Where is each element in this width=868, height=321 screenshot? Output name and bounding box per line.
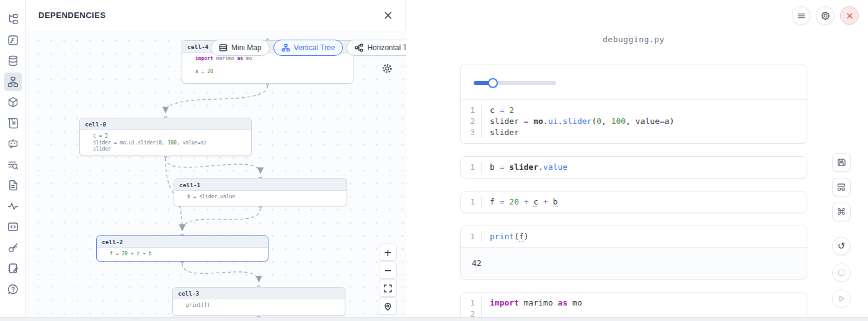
floppy-icon bbox=[836, 157, 846, 167]
menu-button[interactable] bbox=[792, 6, 810, 25]
notebook-cell[interactable]: 1import marimo as mo2 bbox=[460, 292, 807, 321]
vertical-tree-button[interactable]: Vertical Tree bbox=[273, 40, 343, 56]
status-footer bbox=[0, 317, 868, 321]
activity-rail bbox=[0, 0, 26, 321]
sidebar-item-secrets[interactable] bbox=[4, 239, 22, 257]
graph-node-code: import marimo as mo a = 20 bbox=[182, 53, 353, 79]
panel-close-button[interactable]: × bbox=[383, 9, 393, 21]
notebook-main: debugging.py 1c = 22slider = mo.ui.slide… bbox=[407, 0, 868, 321]
cell-code-editor[interactable]: 1f = 20 + c + b bbox=[461, 191, 807, 213]
undo-icon: ↺ bbox=[838, 242, 846, 251]
function-icon bbox=[7, 34, 19, 46]
center-selection-button[interactable] bbox=[379, 297, 397, 315]
gear-icon bbox=[821, 11, 830, 20]
save-button[interactable] bbox=[832, 153, 851, 172]
sidebar-item-dependencies[interactable] bbox=[4, 73, 22, 91]
scroll-icon bbox=[7, 117, 19, 130]
notebook-cell[interactable]: 1c = 22slider = mo.ui.slider(0, 100, val… bbox=[460, 64, 807, 144]
graph-view-toolbar: Mini Map Vertical Tree Horizontal Tree bbox=[211, 40, 406, 56]
sidebar-item-tracing[interactable] bbox=[4, 197, 22, 216]
graph-node-code: c = 2slider = mo.ui.slider(0, 100, value… bbox=[80, 130, 251, 156]
cell-code-editor[interactable]: 1b = slider.value bbox=[461, 157, 807, 178]
code-line: print(f) bbox=[482, 231, 529, 242]
dependency-graph-canvas[interactable]: Mini Map Vertical Tree Horizontal Tree +… bbox=[26, 30, 406, 321]
graph-settings-button[interactable] bbox=[382, 63, 392, 76]
log-search-icon bbox=[7, 159, 19, 171]
panel-title: DEPENDENCIES bbox=[38, 11, 106, 20]
stop-square-icon bbox=[838, 270, 844, 276]
stop-button[interactable] bbox=[832, 263, 851, 282]
line-number: 3 bbox=[461, 127, 482, 138]
vertical-tree-icon bbox=[281, 43, 290, 52]
cell-console-output: 42 bbox=[461, 247, 807, 279]
code-line: slider = mo.ui.slider(0, 100, value=a) bbox=[482, 116, 674, 127]
graph-node-title: cell-2 bbox=[97, 236, 268, 248]
notepad-pencil-icon bbox=[7, 262, 19, 275]
notebook-cell[interactable]: 1b = slider.value bbox=[460, 156, 807, 178]
sidebar-item-functions[interactable] bbox=[4, 31, 22, 50]
slider-handle[interactable] bbox=[488, 78, 498, 88]
dependency-graph-icon bbox=[7, 76, 19, 88]
activity-pulse-icon bbox=[7, 200, 19, 213]
graph-node-cell-0[interactable]: cell-0c = 2slider = mo.ui.slider(0, 100,… bbox=[79, 118, 252, 156]
layout-button[interactable] bbox=[832, 178, 851, 196]
graph-node-code: print(f) bbox=[173, 299, 345, 312]
notebook-side-actions: ⌘ ↺ bbox=[832, 153, 851, 308]
notebook-settings-button[interactable] bbox=[816, 6, 835, 25]
code-line: import marimo as mo bbox=[482, 297, 582, 309]
close-icon bbox=[845, 11, 854, 20]
database-icon bbox=[7, 55, 19, 67]
fit-view-button[interactable] bbox=[379, 279, 397, 297]
horizontal-tree-button[interactable]: Horizontal Tree bbox=[347, 40, 406, 56]
document-icon bbox=[7, 179, 19, 191]
graph-node-cell-1[interactable]: cell-1b = slider.value bbox=[174, 178, 347, 206]
sidebar-item-datasources[interactable] bbox=[4, 51, 22, 70]
sidebar-item-help[interactable] bbox=[4, 280, 22, 299]
graph-zoom-controls: + − bbox=[379, 244, 397, 315]
notebook-cell[interactable]: 1f = 20 + c + b bbox=[460, 191, 807, 213]
dependencies-panel-header: DEPENDENCIES × bbox=[26, 0, 405, 30]
line-number: 1 bbox=[461, 196, 482, 208]
cell-code-editor[interactable]: 1print(f) bbox=[461, 226, 807, 247]
sidebar-item-outline[interactable] bbox=[4, 176, 22, 195]
graph-node-cell-2[interactable]: cell-2f = 20 + c + b bbox=[96, 235, 268, 262]
undo-button[interactable]: ↺ bbox=[832, 237, 851, 255]
command-palette-button[interactable]: ⌘ bbox=[832, 203, 851, 221]
minimap-icon bbox=[219, 43, 228, 52]
shutdown-button[interactable] bbox=[840, 6, 859, 25]
sidebar-item-explorer[interactable] bbox=[4, 10, 22, 29]
sidebar-item-scratchpad[interactable] bbox=[4, 259, 22, 278]
graph-node-cell-3[interactable]: cell-3print(f) bbox=[172, 287, 345, 316]
key-icon bbox=[7, 242, 19, 254]
minimap-button[interactable]: Mini Map bbox=[211, 40, 270, 56]
hamburger-icon bbox=[797, 11, 806, 20]
horizontal-tree-icon bbox=[355, 43, 363, 52]
sidebar-item-documentation[interactable] bbox=[4, 114, 22, 133]
graph-node-title: cell-0 bbox=[80, 118, 251, 130]
help-bubble-icon bbox=[7, 283, 19, 296]
dependencies-panel: DEPENDENCIES × Mini Map Vertical Tree bbox=[26, 0, 406, 321]
robot-chat-icon bbox=[7, 138, 19, 150]
notebook-cell[interactable]: 1print(f)42 bbox=[460, 226, 807, 279]
graph-node-title: cell-3 bbox=[173, 288, 345, 299]
notebook-top-actions bbox=[792, 6, 859, 25]
file-tree-icon bbox=[7, 13, 19, 25]
line-number: 1 bbox=[461, 297, 482, 309]
sidebar-item-snippets[interactable] bbox=[4, 218, 22, 236]
cell-code-editor[interactable]: 1c = 22slider = mo.ui.slider(0, 100, val… bbox=[461, 100, 807, 143]
code-line: c = 2 bbox=[482, 105, 514, 116]
sidebar-item-ai-chat[interactable] bbox=[4, 134, 22, 153]
line-number: 2 bbox=[461, 116, 482, 127]
zoom-out-button[interactable]: − bbox=[379, 262, 397, 279]
zoom-in-button[interactable]: + bbox=[379, 244, 397, 261]
gear-icon bbox=[382, 63, 392, 74]
notebook-filename: debugging.py bbox=[460, 35, 807, 44]
graph-node-code: f = 20 + c + b bbox=[97, 248, 268, 261]
line-number: 1 bbox=[461, 162, 482, 173]
sidebar-item-logs[interactable] bbox=[4, 156, 22, 174]
sidebar-item-packages[interactable] bbox=[4, 93, 22, 112]
code-line: slider bbox=[482, 127, 519, 138]
line-number: 1 bbox=[461, 105, 482, 116]
slider-track[interactable] bbox=[474, 81, 556, 85]
run-button[interactable] bbox=[832, 289, 851, 308]
